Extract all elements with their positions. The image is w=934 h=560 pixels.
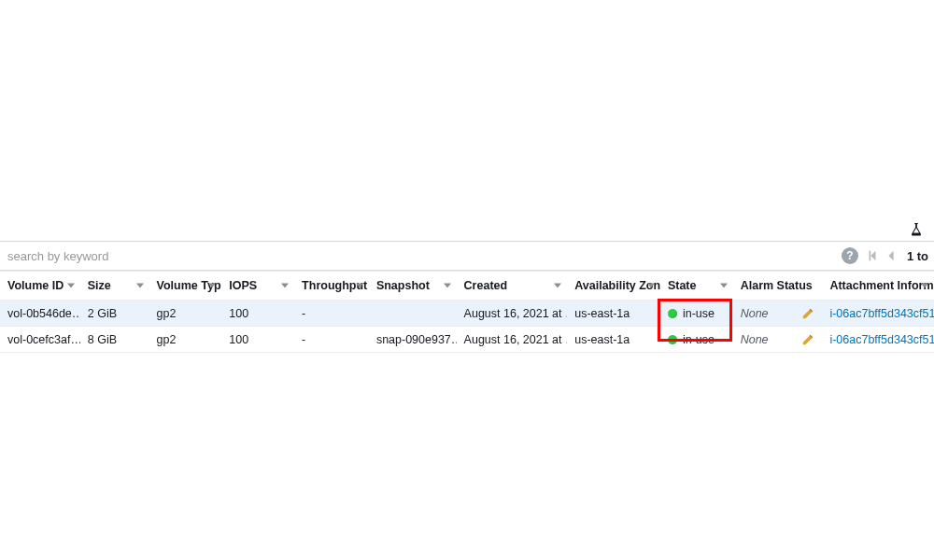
state-text: in-use: [683, 307, 715, 320]
col-snap-label: Snapshot: [376, 279, 430, 292]
sort-caret-icon: [136, 284, 144, 288]
cell-iops: 100: [221, 307, 294, 320]
search-input[interactable]: [0, 242, 834, 270]
col-attach-label: Attachment Information: [829, 279, 934, 292]
cell-volume-id: vol-0b546de…: [0, 307, 80, 320]
cell-snapshot: snap-090e937…: [369, 333, 457, 346]
search-bar-row: ? 1 to: [0, 241, 934, 271]
cell-attachment[interactable]: i-06ac7bff5d343cf51:…: [822, 307, 934, 320]
cell-volume-id: vol-0cefc3af…: [0, 333, 80, 346]
col-alarm-label: Alarm Status: [741, 279, 813, 292]
page-range-label: 1 to: [907, 249, 928, 263]
cell-state: in-use: [660, 307, 733, 320]
sort-caret-icon: [444, 284, 451, 288]
col-state-label: State: [668, 279, 697, 292]
cell-az: us-east-1a: [567, 307, 660, 320]
sort-caret-icon: [554, 284, 561, 288]
cell-throughput: -: [294, 333, 369, 346]
sort-caret-icon: [647, 284, 655, 288]
cell-state: in-use: [660, 333, 733, 346]
cell-throughput: -: [294, 307, 369, 320]
first-page-icon[interactable]: [866, 249, 879, 262]
sort-caret-icon: [281, 284, 289, 288]
experiment-icon-container: [910, 222, 923, 240]
cell-size: 2 GiB: [80, 307, 149, 320]
col-volume-id-label: Volume ID: [7, 279, 64, 292]
sort-caret-icon: [720, 284, 728, 288]
sort-caret-icon: [356, 284, 363, 288]
col-iops-label: IOPS: [229, 279, 257, 292]
col-volume-type[interactable]: Volume Type: [149, 279, 222, 292]
cell-attachment[interactable]: i-06ac7bff5d343cf51:…: [822, 333, 934, 346]
table-row[interactable]: vol-0cefc3af… 8 GiB gp2 100 - snap-090e9…: [0, 327, 934, 353]
col-alarm[interactable]: Alarm Status: [733, 279, 823, 292]
status-dot-icon: [668, 335, 677, 344]
col-throughput[interactable]: Throughput: [294, 279, 369, 292]
help-icon[interactable]: ?: [842, 247, 858, 264]
cell-iops: 100: [221, 333, 294, 346]
table-row[interactable]: vol-0b546de… 2 GiB gp2 100 - August 16, …: [0, 301, 934, 327]
cell-alarm: None: [733, 333, 823, 346]
flask-icon[interactable]: [910, 222, 923, 237]
cell-created: August 16, 2021 at …: [457, 307, 568, 320]
col-iops[interactable]: IOPS: [221, 279, 294, 292]
col-volume-id[interactable]: Volume ID: [0, 279, 80, 292]
col-snapshot[interactable]: Snapshot: [369, 279, 457, 292]
volumes-table: Volume ID Size Volume Type IOPS Throughp…: [0, 271, 934, 353]
prev-page-icon[interactable]: [884, 249, 898, 262]
cell-az: us-east-1a: [567, 333, 660, 346]
status-dot-icon: [668, 309, 677, 318]
pagination: 1 to: [866, 249, 928, 263]
cell-size: 8 GiB: [80, 333, 149, 346]
col-az[interactable]: Availability Zone: [567, 279, 660, 292]
cell-vtype: gp2: [149, 333, 222, 346]
edit-alarm-icon[interactable]: [801, 333, 814, 346]
col-attach[interactable]: Attachment Information: [822, 279, 934, 292]
col-state[interactable]: State: [660, 279, 733, 292]
alarm-text: None: [741, 333, 769, 346]
col-created[interactable]: Created: [457, 279, 568, 292]
cell-vtype: gp2: [149, 307, 222, 320]
cell-alarm: None: [733, 307, 823, 320]
table-header-row: Volume ID Size Volume Type IOPS Throughp…: [0, 271, 934, 301]
col-size-label: Size: [88, 279, 111, 292]
sort-caret-icon: [208, 284, 216, 288]
alarm-text: None: [741, 307, 769, 320]
state-text: in-use: [683, 333, 715, 346]
col-size[interactable]: Size: [80, 279, 149, 292]
col-created-label: Created: [464, 279, 508, 292]
sort-caret-icon: [67, 284, 75, 288]
cell-created: August 16, 2021 at …: [457, 333, 568, 346]
sort-caret-icon: [921, 284, 928, 288]
edit-alarm-icon[interactable]: [801, 307, 814, 320]
